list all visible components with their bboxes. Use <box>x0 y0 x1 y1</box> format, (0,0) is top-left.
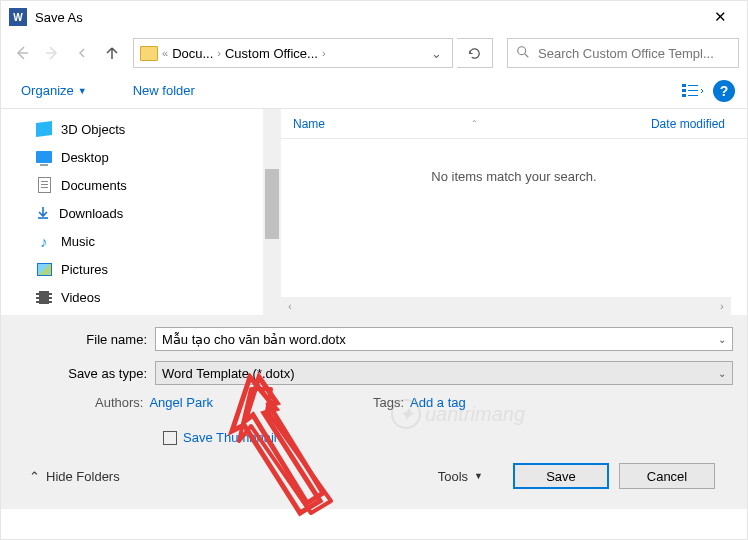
hide-folders-button[interactable]: ⌃ Hide Folders <box>29 469 120 484</box>
dialog-title: Save As <box>35 10 83 25</box>
filename-input[interactable]: Mẫu tạo cho văn bản word.dotx ⌄ <box>155 327 733 351</box>
nav-forward-button[interactable] <box>39 40 65 66</box>
folder-tree: 3D Objects Desktop Documents Downloads ♪… <box>1 109 281 315</box>
new-folder-label: New folder <box>133 83 195 98</box>
scroll-left-icon[interactable]: ‹ <box>281 301 299 312</box>
close-icon[interactable]: ✕ <box>702 4 739 30</box>
chevron-up-icon: ⌃ <box>29 469 40 484</box>
scroll-right-icon[interactable]: › <box>713 301 731 312</box>
breadcrumb-part[interactable]: Custom Office... <box>225 46 318 61</box>
svg-rect-4 <box>688 90 698 91</box>
column-header-name[interactable]: Name ⌃ <box>293 117 651 131</box>
nav-recent-button[interactable] <box>69 40 95 66</box>
sidebar-item-documents[interactable]: Documents <box>1 171 281 199</box>
save-thumbnail-checkbox[interactable] <box>163 431 177 445</box>
svg-point-0 <box>518 46 526 54</box>
save-button[interactable]: Save <box>513 463 609 489</box>
save-thumbnail-label[interactable]: Save Thumbnail <box>183 430 277 445</box>
sidebar-item-videos[interactable]: Videos <box>1 283 281 311</box>
search-icon <box>516 45 530 62</box>
sidebar-item-music[interactable]: ♪Music <box>1 227 281 255</box>
tools-menu[interactable]: Tools ▼ <box>438 469 483 484</box>
search-box[interactable] <box>507 38 739 68</box>
chevron-right-icon: › <box>322 47 326 59</box>
view-options-button[interactable] <box>681 79 705 103</box>
cancel-button[interactable]: Cancel <box>619 463 715 489</box>
svg-rect-3 <box>682 89 686 92</box>
breadcrumb-dropdown[interactable]: ⌄ <box>426 46 446 61</box>
empty-state-text: No items match your search. <box>281 139 747 184</box>
sidebar-item-desktop[interactable]: Desktop <box>1 143 281 171</box>
chevron-right-icon: › <box>217 47 221 59</box>
chevron-down-icon[interactable]: ⌄ <box>718 334 726 345</box>
tags-value[interactable]: Add a tag <box>410 395 466 410</box>
organize-label: Organize <box>21 83 74 98</box>
authors-label: Authors: <box>95 395 143 410</box>
savetype-label: Save as type: <box>15 366 155 381</box>
sidebar-item-3dobjects[interactable]: 3D Objects <box>1 115 281 143</box>
new-folder-button[interactable]: New folder <box>125 79 203 102</box>
svg-rect-1 <box>682 84 686 87</box>
chevron-left-icon: « <box>162 47 168 59</box>
breadcrumb[interactable]: « Docu... › Custom Office... › ⌄ <box>133 38 453 68</box>
refresh-button[interactable] <box>457 38 493 68</box>
help-button[interactable]: ? <box>713 80 735 102</box>
sidebar-item-downloads[interactable]: Downloads <box>1 199 281 227</box>
sidebar-scrollbar[interactable] <box>263 109 281 315</box>
column-header-date[interactable]: Date modified <box>651 117 735 131</box>
authors-value[interactable]: Angel Park <box>149 395 213 410</box>
svg-rect-2 <box>688 85 698 86</box>
folder-icon <box>140 46 158 61</box>
horizontal-scrollbar[interactable]: ‹ › <box>281 297 731 315</box>
organize-menu[interactable]: Organize ▼ <box>13 79 95 102</box>
nav-up-button[interactable] <box>99 40 125 66</box>
svg-rect-5 <box>682 94 686 97</box>
savetype-select[interactable]: Word Template (*.dotx) ⌄ <box>155 361 733 385</box>
caret-down-icon: ▼ <box>78 86 87 96</box>
caret-down-icon: ▼ <box>474 471 483 481</box>
breadcrumb-part[interactable]: Docu... <box>172 46 213 61</box>
word-app-icon: W <box>9 8 27 26</box>
sort-indicator-icon: ⌃ <box>471 119 478 128</box>
search-input[interactable] <box>538 46 730 61</box>
sidebar-item-pictures[interactable]: Pictures <box>1 255 281 283</box>
svg-rect-6 <box>688 95 698 96</box>
chevron-down-icon[interactable]: ⌄ <box>718 368 726 379</box>
filename-label: File name: <box>15 332 155 347</box>
tags-label: Tags: <box>373 395 404 410</box>
nav-back-button[interactable] <box>9 40 35 66</box>
